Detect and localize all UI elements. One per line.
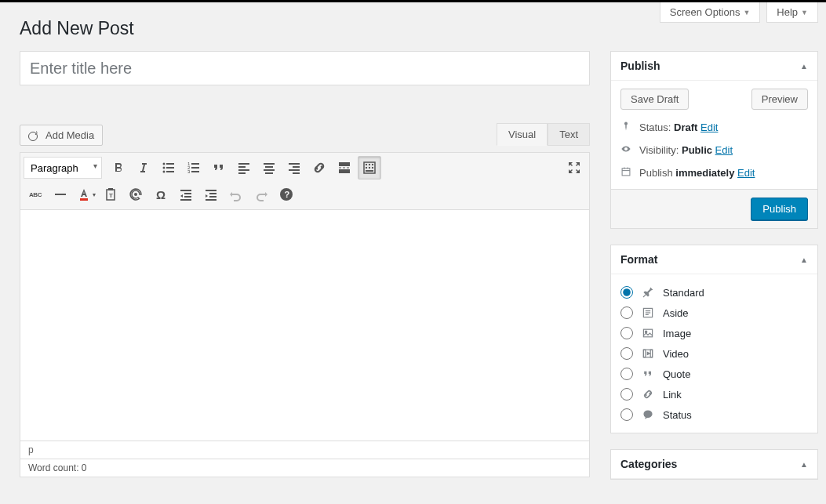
horizontal-rule-button[interactable] xyxy=(49,183,72,206)
svg-rect-45 xyxy=(184,196,191,198)
svg-rect-48 xyxy=(209,193,217,194)
tab-visual[interactable]: Visual xyxy=(497,123,548,146)
svg-rect-17 xyxy=(265,166,273,168)
screen-options-tab[interactable]: Screen Options▼ xyxy=(660,2,761,23)
svg-rect-13 xyxy=(238,166,246,168)
bold-button[interactable] xyxy=(107,156,130,179)
editor-path: p xyxy=(20,441,590,459)
format-radio-aside[interactable] xyxy=(620,306,633,319)
editor-content-area[interactable] xyxy=(20,210,590,441)
quote-icon xyxy=(641,368,655,380)
undo-button[interactable] xyxy=(224,183,248,206)
align-center-button[interactable] xyxy=(257,156,281,179)
svg-rect-50 xyxy=(206,199,217,201)
collapse-icon: ▲ xyxy=(800,62,808,71)
collapse-icon: ▲ xyxy=(800,460,808,469)
svg-point-0 xyxy=(163,163,166,165)
toolbar-toggle-button[interactable] xyxy=(358,156,381,179)
svg-rect-1 xyxy=(166,163,174,165)
svg-rect-53 xyxy=(622,169,630,176)
abc-icon: ABC xyxy=(29,191,42,198)
svg-rect-44 xyxy=(184,193,191,194)
special-character-button[interactable]: Ω xyxy=(149,183,173,206)
format-radio-video[interactable] xyxy=(620,347,633,360)
video-icon xyxy=(641,347,655,360)
svg-rect-36 xyxy=(366,170,373,172)
svg-rect-27 xyxy=(347,168,349,169)
italic-button[interactable] xyxy=(132,156,155,179)
publish-metabox: Publish ▲ Save Draft Preview Status: Dra… xyxy=(610,51,818,229)
svg-rect-18 xyxy=(264,169,275,171)
svg-rect-25 xyxy=(339,168,341,169)
svg-rect-33 xyxy=(366,167,367,169)
svg-rect-22 xyxy=(289,169,300,171)
edit-schedule-link[interactable]: Edit xyxy=(737,167,755,179)
svg-rect-21 xyxy=(293,166,300,168)
preview-button[interactable]: Preview xyxy=(751,89,808,110)
format-radio-quote[interactable] xyxy=(620,368,633,380)
word-count: Word count: 0 xyxy=(20,459,590,477)
format-radio-image[interactable] xyxy=(620,327,633,339)
format-metabox-header[interactable]: Format ▲ xyxy=(611,245,817,274)
bullet-list-button[interactable] xyxy=(157,156,180,179)
edit-status-link[interactable]: Edit xyxy=(700,121,718,133)
svg-rect-31 xyxy=(369,164,370,165)
help-tab[interactable]: Help▼ xyxy=(766,2,818,23)
aside-icon xyxy=(641,306,655,319)
indent-button[interactable] xyxy=(199,183,223,206)
svg-point-42 xyxy=(134,193,137,196)
chevron-down-icon: ▼ xyxy=(801,9,808,16)
svg-rect-19 xyxy=(265,172,273,174)
svg-text:?: ? xyxy=(285,190,290,199)
read-more-button[interactable] xyxy=(333,156,356,179)
eye-icon xyxy=(620,143,633,157)
format-radio-link[interactable] xyxy=(620,388,633,401)
fullscreen-button[interactable] xyxy=(562,156,586,179)
svg-rect-24 xyxy=(339,162,350,166)
svg-rect-15 xyxy=(238,172,246,174)
svg-rect-30 xyxy=(366,164,367,165)
add-media-button[interactable]: Add Media xyxy=(20,125,103,146)
svg-rect-9 xyxy=(191,167,199,169)
link-button[interactable] xyxy=(307,156,331,179)
svg-rect-7 xyxy=(191,163,199,165)
align-left-button[interactable] xyxy=(232,156,256,179)
save-draft-button[interactable]: Save Draft xyxy=(620,89,689,110)
svg-rect-3 xyxy=(166,167,174,169)
format-radio-standard[interactable] xyxy=(620,286,633,299)
outdent-button[interactable] xyxy=(174,183,198,206)
tab-text[interactable]: Text xyxy=(548,123,590,146)
svg-rect-46 xyxy=(180,199,191,201)
pin-icon xyxy=(620,121,633,134)
status-icon xyxy=(641,408,655,421)
help-button[interactable]: ? xyxy=(275,183,298,206)
edit-visibility-link[interactable]: Edit xyxy=(715,144,733,156)
calendar-icon xyxy=(620,166,633,179)
svg-rect-20 xyxy=(289,163,300,165)
redo-button[interactable] xyxy=(249,183,273,206)
strikethrough-button[interactable]: ABC xyxy=(24,183,47,206)
chevron-down-icon: ▼ xyxy=(743,9,750,16)
editor-toolbar: Paragraph 123 ABC ▾ T Ω xyxy=(20,152,590,210)
svg-rect-28 xyxy=(339,169,350,173)
align-right-button[interactable] xyxy=(282,156,306,179)
numbered-list-button[interactable]: 123 xyxy=(182,156,206,179)
svg-rect-43 xyxy=(180,190,191,191)
svg-rect-47 xyxy=(206,190,217,191)
text-color-button[interactable]: ▾ xyxy=(74,183,97,206)
svg-rect-23 xyxy=(293,172,300,174)
paragraph-format-select[interactable]: Paragraph xyxy=(24,157,102,179)
format-radio-status[interactable] xyxy=(620,408,633,421)
svg-rect-5 xyxy=(166,171,174,172)
blockquote-button[interactable] xyxy=(207,156,231,179)
paste-text-button[interactable]: T xyxy=(99,183,122,206)
svg-point-4 xyxy=(163,171,166,173)
post-title-input[interactable] xyxy=(20,51,590,85)
clear-formatting-button[interactable] xyxy=(124,183,147,206)
format-metabox: Format ▲ Standard Aside Image Video Quot… xyxy=(610,245,818,433)
categories-metabox-header[interactable]: Categories ▲ xyxy=(611,450,817,479)
publish-metabox-header[interactable]: Publish ▲ xyxy=(611,52,817,81)
publish-button[interactable]: Publish xyxy=(751,198,808,220)
svg-rect-40 xyxy=(108,188,113,190)
collapse-icon: ▲ xyxy=(800,256,808,264)
